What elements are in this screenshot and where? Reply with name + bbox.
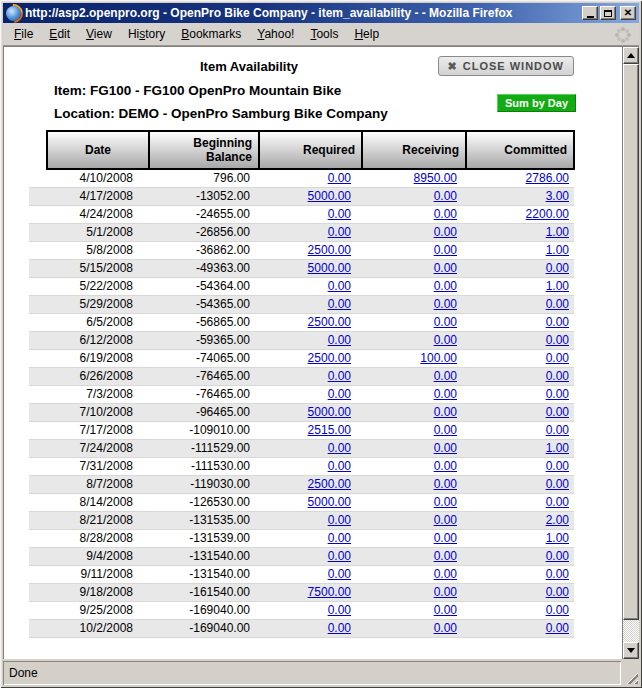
cell-committed-link[interactable]: 0.00: [546, 459, 569, 473]
cell-receiving-link[interactable]: 0.00: [434, 495, 457, 509]
cell-required-link[interactable]: 0.00: [328, 225, 351, 239]
cell-required-link[interactable]: 2515.00: [308, 423, 351, 437]
cell-committed-link[interactable]: 0.00: [546, 333, 569, 347]
cell-committed-link[interactable]: 0.00: [546, 351, 569, 365]
menu-yahoo[interactable]: Yahoo!: [249, 24, 302, 44]
cell-receiving-link[interactable]: 0.00: [434, 189, 457, 203]
cell-receiving-link[interactable]: 0.00: [434, 441, 457, 455]
scrollbar-track[interactable]: [623, 620, 639, 642]
sum-by-day-button[interactable]: Sum by Day: [497, 94, 576, 112]
cell-receiving-link[interactable]: 0.00: [434, 207, 457, 221]
menu-history[interactable]: History: [120, 24, 173, 44]
cell-receiving-link[interactable]: 0.00: [434, 549, 457, 563]
cell-receiving-link[interactable]: 0.00: [434, 333, 457, 347]
cell-required-link[interactable]: 2500.00: [308, 243, 351, 257]
cell-receiving-link[interactable]: 0.00: [434, 621, 457, 635]
cell-committed-link[interactable]: 0.00: [546, 495, 569, 509]
cell-committed-link[interactable]: 0.00: [546, 423, 569, 437]
cell-committed-link[interactable]: 0.00: [546, 567, 569, 581]
cell-receiving-link[interactable]: 0.00: [434, 423, 457, 437]
cell-receiving-link[interactable]: 0.00: [434, 387, 457, 401]
cell-beginning-balance: -56865.00: [149, 313, 259, 331]
cell-required-link[interactable]: 0.00: [328, 621, 351, 635]
firefox-icon[interactable]: [6, 6, 21, 21]
cell-required-link[interactable]: 0.00: [328, 603, 351, 617]
cell-receiving-link[interactable]: 0.00: [434, 225, 457, 239]
cell-required-link[interactable]: 0.00: [328, 531, 351, 545]
cell-required-link[interactable]: 2500.00: [308, 477, 351, 491]
cell-required-link[interactable]: 5000.00: [308, 261, 351, 275]
vertical-scrollbar[interactable]: [622, 47, 639, 659]
cell-committed-link[interactable]: 0.00: [546, 369, 569, 383]
cell-receiving-link[interactable]: 0.00: [434, 603, 457, 617]
cell-receiving-link[interactable]: 0.00: [434, 459, 457, 473]
close-window-button[interactable]: ✖ CLOSE WINDOW: [438, 56, 574, 76]
cell-required-link[interactable]: 5000.00: [308, 189, 351, 203]
cell-receiving-link[interactable]: 0.00: [434, 243, 457, 257]
cell-receiving-link[interactable]: 0.00: [434, 513, 457, 527]
cell-required-link[interactable]: 5000.00: [308, 405, 351, 419]
cell-committed-link[interactable]: 0.00: [546, 387, 569, 401]
cell-required-link[interactable]: 7500.00: [308, 585, 351, 599]
cell-required-link[interactable]: 0.00: [328, 171, 351, 185]
cell-required-link[interactable]: 0.00: [328, 459, 351, 473]
menu-view[interactable]: View: [78, 24, 120, 44]
cell-committed-link[interactable]: 1.00: [546, 441, 569, 455]
cell-committed-link[interactable]: 0.00: [546, 261, 569, 275]
close-button[interactable]: ✕: [620, 6, 636, 20]
cell-committed-link[interactable]: 1.00: [546, 279, 569, 293]
cell-committed-link[interactable]: 3.00: [546, 189, 569, 203]
cell-required-link[interactable]: 0.00: [328, 549, 351, 563]
cell-receiving-link[interactable]: 0.00: [434, 315, 457, 329]
cell-required-link[interactable]: 0.00: [328, 279, 351, 293]
cell-committed-link[interactable]: 2200.00: [526, 207, 569, 221]
resize-grip[interactable]: [623, 661, 639, 685]
cell-required-link[interactable]: 0.00: [328, 369, 351, 383]
cell-committed-link[interactable]: 2.00: [546, 513, 569, 527]
cell-committed-link[interactable]: 0.00: [546, 405, 569, 419]
cell-committed-link[interactable]: 0.00: [546, 549, 569, 563]
cell-required-link[interactable]: 0.00: [328, 441, 351, 455]
menu-file[interactable]: File: [6, 24, 41, 44]
menu-edit[interactable]: Edit: [41, 24, 78, 44]
cell-committed: 2200.00: [466, 205, 574, 223]
cell-committed-link[interactable]: 1.00: [546, 243, 569, 257]
cell-committed-link[interactable]: 0.00: [546, 621, 569, 635]
cell-committed-link[interactable]: 0.00: [546, 297, 569, 311]
cell-committed-link[interactable]: 0.00: [546, 477, 569, 491]
cell-required-link[interactable]: 0.00: [328, 297, 351, 311]
cell-receiving-link[interactable]: 0.00: [434, 261, 457, 275]
cell-receiving-link[interactable]: 0.00: [434, 297, 457, 311]
cell-committed-link[interactable]: 0.00: [546, 585, 569, 599]
cell-receiving-link[interactable]: 100.00: [420, 351, 457, 365]
cell-required-link[interactable]: 5000.00: [308, 495, 351, 509]
cell-required-link[interactable]: 0.00: [328, 567, 351, 581]
menu-tools[interactable]: Tools: [302, 24, 346, 44]
cell-receiving-link[interactable]: 0.00: [434, 531, 457, 545]
cell-receiving-link[interactable]: 0.00: [434, 405, 457, 419]
cell-required-link[interactable]: 2500.00: [308, 315, 351, 329]
cell-required-link[interactable]: 0.00: [328, 333, 351, 347]
scroll-down-button[interactable]: [623, 642, 639, 659]
menu-bookmarks[interactable]: Bookmarks: [173, 24, 249, 44]
scrollbar-thumb[interactable]: [623, 64, 639, 620]
cell-receiving-link[interactable]: 0.00: [434, 279, 457, 293]
menu-help[interactable]: Help: [346, 24, 387, 44]
cell-required-link[interactable]: 0.00: [328, 513, 351, 527]
cell-receiving-link[interactable]: 0.00: [434, 369, 457, 383]
cell-receiving-link[interactable]: 8950.00: [414, 171, 457, 185]
scroll-up-button[interactable]: [623, 47, 639, 64]
cell-receiving-link[interactable]: 0.00: [434, 585, 457, 599]
cell-committed-link[interactable]: 1.00: [546, 531, 569, 545]
cell-required-link[interactable]: 2500.00: [308, 351, 351, 365]
maximize-button[interactable]: [600, 6, 616, 20]
cell-committed-link[interactable]: 0.00: [546, 603, 569, 617]
cell-committed-link[interactable]: 0.00: [546, 315, 569, 329]
cell-required-link[interactable]: 0.00: [328, 387, 351, 401]
cell-required-link[interactable]: 0.00: [328, 207, 351, 221]
cell-receiving-link[interactable]: 0.00: [434, 477, 457, 491]
cell-committed-link[interactable]: 2786.00: [526, 171, 569, 185]
minimize-button[interactable]: [582, 6, 598, 20]
cell-committed-link[interactable]: 1.00: [546, 225, 569, 239]
cell-receiving-link[interactable]: 0.00: [434, 567, 457, 581]
